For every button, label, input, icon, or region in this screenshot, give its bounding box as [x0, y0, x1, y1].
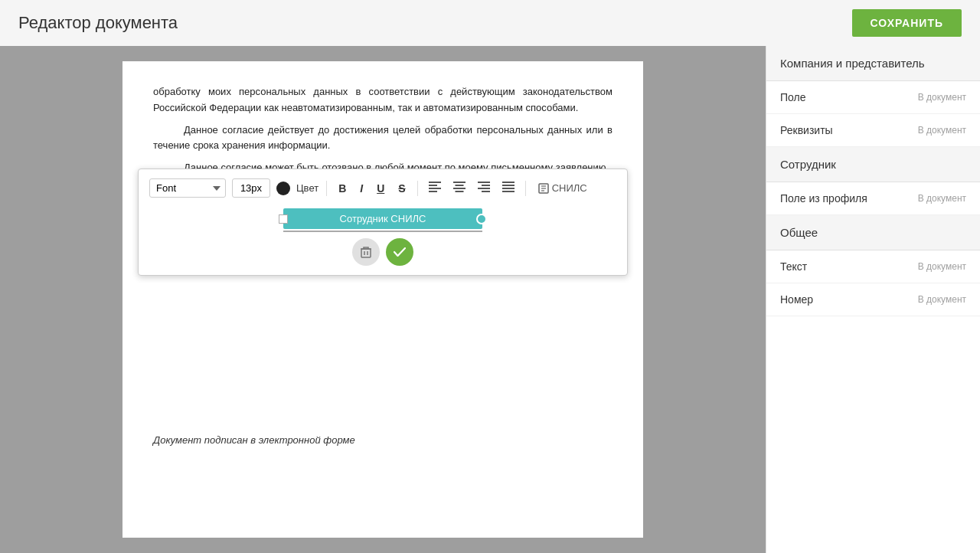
- document-text: обработку моих персональных данных в соо…: [153, 84, 612, 176]
- color-dot: [276, 182, 290, 195]
- svg-rect-6: [453, 188, 466, 189]
- floating-toolbar: Font 13px Цвет B I U S: [138, 169, 628, 276]
- toolbar-row: Font 13px Цвет B I U S: [149, 178, 616, 198]
- sidebar-item-profile[interactable]: Поле из профиля В документ: [766, 182, 980, 215]
- resize-handle-right[interactable]: [476, 214, 487, 224]
- sidebar-section-employee: Сотрудник: [766, 147, 980, 182]
- sidebar-item-action-number: В документ: [918, 294, 966, 305]
- svg-rect-5: [455, 185, 463, 186]
- svg-rect-11: [482, 191, 490, 192]
- doc-paragraph-2: Данное согласие действует до достижения …: [153, 123, 612, 155]
- document-signature: Документ подписан в электронной форме: [153, 434, 355, 446]
- align-left-button[interactable]: [426, 179, 444, 197]
- sidebar-item-pole[interactable]: Поле В документ: [766, 81, 980, 114]
- sidebar-item-label-rekvizity: Реквизиты: [780, 124, 833, 136]
- svg-rect-20: [361, 249, 371, 257]
- bold-button[interactable]: B: [335, 181, 350, 196]
- font-select[interactable]: Font: [149, 178, 226, 198]
- field-widget[interactable]: Сотрудник СНИЛС: [283, 208, 482, 229]
- delete-field-button[interactable]: [352, 238, 380, 266]
- svg-rect-8: [478, 182, 490, 183]
- svg-rect-0: [429, 182, 441, 183]
- italic-button[interactable]: I: [356, 181, 367, 196]
- svg-rect-7: [455, 191, 463, 192]
- separator-1: [326, 181, 327, 196]
- separator-3: [525, 181, 526, 196]
- snils-label: СНИЛС: [552, 182, 587, 194]
- field-underline: [283, 231, 482, 232]
- svg-rect-4: [453, 182, 466, 183]
- sidebar-section-general: Общее: [766, 215, 980, 250]
- svg-rect-2: [429, 188, 441, 189]
- svg-rect-12: [502, 182, 514, 183]
- field-actions: [352, 238, 413, 266]
- align-justify-button[interactable]: [499, 179, 518, 197]
- strikethrough-button[interactable]: S: [394, 181, 409, 196]
- header: Редактор документа СОХРАНИТЬ: [0, 0, 980, 46]
- align-center-button[interactable]: [450, 179, 469, 197]
- svg-rect-1: [429, 185, 437, 186]
- document-page: обработку моих персональных данных в соо…: [122, 61, 643, 538]
- sidebar-item-text[interactable]: Текст В документ: [766, 250, 980, 283]
- sidebar-item-label-text: Текст: [780, 260, 807, 273]
- sidebar-item-action-pole: В документ: [918, 92, 966, 103]
- sidebar-item-action-rekvizity: В документ: [918, 125, 966, 136]
- svg-rect-9: [482, 185, 490, 186]
- font-size-input: 13px: [232, 178, 270, 198]
- doc-paragraph-1: обработку моих персональных данных в соо…: [153, 84, 612, 116]
- confirm-field-button[interactable]: [386, 238, 413, 266]
- sidebar-item-number[interactable]: Номер В документ: [766, 283, 980, 316]
- svg-rect-15: [502, 191, 514, 192]
- sidebar-item-action-text: В документ: [918, 261, 966, 272]
- color-label: Цвет: [296, 182, 318, 194]
- sidebar-item-action-profile: В документ: [918, 193, 966, 204]
- sidebar-item-label-number: Номер: [780, 293, 813, 306]
- main-area: обработку моих персональных данных в соо…: [0, 46, 980, 553]
- right-sidebar: Компания и представитель Поле В документ…: [766, 46, 980, 553]
- page-title: Редактор документа: [18, 13, 178, 33]
- svg-rect-3: [429, 191, 437, 192]
- sidebar-item-label-profile: Поле из профиля: [780, 192, 867, 205]
- svg-rect-13: [502, 185, 514, 186]
- field-widget-area: Сотрудник СНИЛС: [149, 208, 616, 266]
- document-area: обработку моих персональных данных в соо…: [0, 46, 766, 553]
- svg-rect-10: [478, 188, 490, 189]
- separator-2: [417, 181, 418, 196]
- resize-handle-left[interactable]: [279, 214, 288, 224]
- align-right-button[interactable]: [475, 179, 493, 197]
- sidebar-item-label-pole: Поле: [780, 91, 806, 103]
- svg-rect-14: [502, 188, 514, 189]
- sidebar-item-rekvizity[interactable]: Реквизиты В документ: [766, 114, 980, 147]
- field-label: Сотрудник СНИЛС: [340, 213, 426, 224]
- sidebar-section-company: Компания и представитель: [766, 46, 980, 81]
- underline-button[interactable]: U: [373, 181, 388, 196]
- snils-button[interactable]: СНИЛС: [534, 180, 592, 196]
- save-button[interactable]: СОХРАНИТЬ: [852, 9, 962, 37]
